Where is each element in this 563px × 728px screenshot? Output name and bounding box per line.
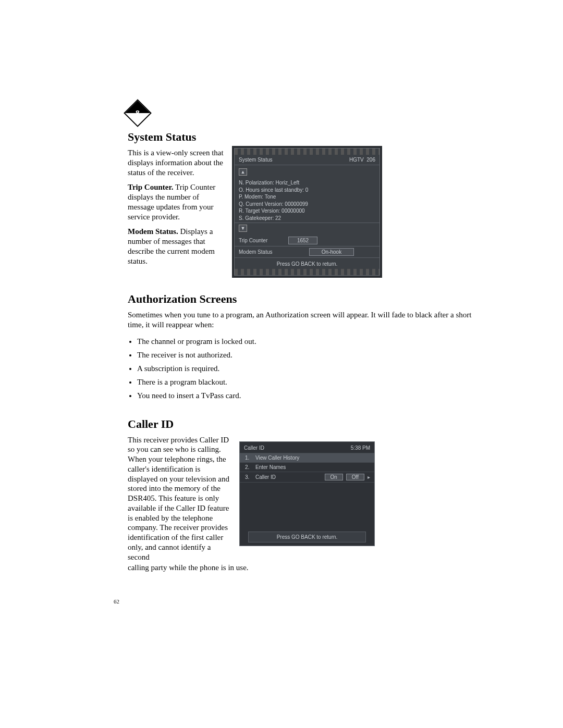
screen-body-lines: N. Polarization: Horiz_Left O. Hours sin… — [235, 177, 380, 223]
page-content: System Status This is a view-only screen… — [128, 130, 474, 573]
cid-item-number: 3. — [245, 474, 251, 480]
screen-top-border — [235, 149, 380, 155]
cid-item-number: 2. — [245, 464, 251, 470]
caller-id-row: This receiver provides Caller ID so you … — [128, 435, 474, 562]
cid-menu-item: 2. Enter Names — [240, 462, 374, 472]
cid-header: Caller ID 5:38 PM — [240, 442, 374, 453]
status-line: S. Gatekeeper: 22 — [239, 215, 375, 222]
screen-title: System Status — [239, 157, 272, 163]
trip-counter-lead: Trip Counter. — [128, 183, 174, 191]
cid-item-number: 1. — [245, 455, 251, 461]
manual-page: 8 System Status This is a view-only scre… — [0, 0, 563, 728]
bullet-item: A subscription is required. — [137, 362, 474, 375]
chapter-number: 8 — [136, 109, 140, 117]
modem-status-lead: Modem Status. — [128, 227, 178, 236]
status-line: O. Hours since last standby: 0 — [239, 187, 375, 194]
chevron-right-icon: ▸ — [368, 474, 370, 480]
trip-counter-row: Trip Counter 1652 — [235, 235, 380, 246]
screen-footer: Press GO BACK to return. — [235, 258, 380, 269]
caller-id-para: This receiver provides Caller ID so you … — [128, 435, 232, 562]
trip-counter-value: 1652 — [288, 237, 317, 244]
system-status-screenshot: System Status HGTV 206 ▲ N. Polarization… — [234, 148, 380, 276]
cid-title: Caller ID — [244, 445, 264, 451]
status-line: N. Polarization: Horiz_Left — [239, 179, 375, 187]
cid-footer: Press GO BACK to return. — [248, 532, 366, 542]
bullet-item: You need to insert a TvPass card. — [137, 389, 474, 402]
caller-id-text: This receiver provides Caller ID so you … — [128, 435, 232, 562]
screen-channel: HGTV 206 — [349, 157, 375, 163]
status-line: R. Target Version: 00000000 — [239, 207, 375, 215]
channel-number: 206 — [366, 157, 375, 163]
scroll-down-icon: ▼ — [239, 225, 247, 232]
chapter-marker: 8 — [128, 103, 148, 123]
status-line: P. Modem: Tone — [239, 193, 375, 201]
cid-time: 5:38 PM — [351, 445, 370, 451]
cid-item-text: View Caller History — [255, 455, 370, 461]
screen-header: System Status HGTV 206 — [235, 155, 380, 165]
heading-caller-id: Caller ID — [128, 417, 474, 431]
trip-counter-label: Trip Counter — [239, 238, 288, 243]
cid-item-text: Enter Names — [255, 464, 370, 470]
modem-status-label: Modem Status — [239, 249, 288, 255]
trip-counter-para: Trip Counter. Trip Counter displays the … — [128, 182, 227, 221]
authorization-intro: Sometimes when you tune to a program, an… — [128, 310, 474, 330]
screen-bottom-border — [235, 269, 380, 275]
cid-menu-item: 3. Caller ID On Off ▸ — [240, 472, 374, 482]
page-number: 62 — [114, 598, 119, 604]
cid-off-button: Off — [346, 474, 364, 480]
authorization-bullets: The channel or program is locked out. Th… — [137, 335, 474, 402]
caller-id-runon: calling party while the phone is in use. — [128, 563, 474, 573]
chapter-diamond-icon: 8 — [124, 99, 152, 127]
cid-empty-area — [240, 482, 374, 528]
cid-on-button: On — [325, 474, 343, 480]
bullet-item: The channel or program is locked out. — [137, 335, 474, 348]
channel-name: HGTV — [349, 157, 364, 163]
heading-authorization: Authorization Screens — [128, 292, 474, 306]
bullet-item: The receiver is not authorized. — [137, 349, 474, 361]
system-status-row: This is a view-only screen that displays… — [128, 148, 474, 276]
bullet-item: There is a program blackout. — [137, 376, 474, 388]
heading-system-status: System Status — [128, 130, 474, 144]
system-status-intro: This is a view-only screen that displays… — [128, 148, 227, 177]
scroll-up-icon: ▲ — [239, 168, 247, 176]
cid-menu-item-selected: 1. View Caller History — [240, 453, 374, 462]
status-line: Q. Current Version: 00000099 — [239, 201, 375, 208]
modem-status-row: Modem Status On-hook — [235, 246, 380, 258]
system-status-text: This is a view-only screen that displays… — [128, 148, 227, 271]
cid-item-text: Caller ID — [255, 474, 321, 480]
modem-status-para: Modem Status. Displays a number of messa… — [128, 227, 227, 266]
modem-status-value: On-hook — [309, 248, 354, 256]
caller-id-screenshot: Caller ID 5:38 PM 1. View Caller History… — [239, 441, 375, 546]
